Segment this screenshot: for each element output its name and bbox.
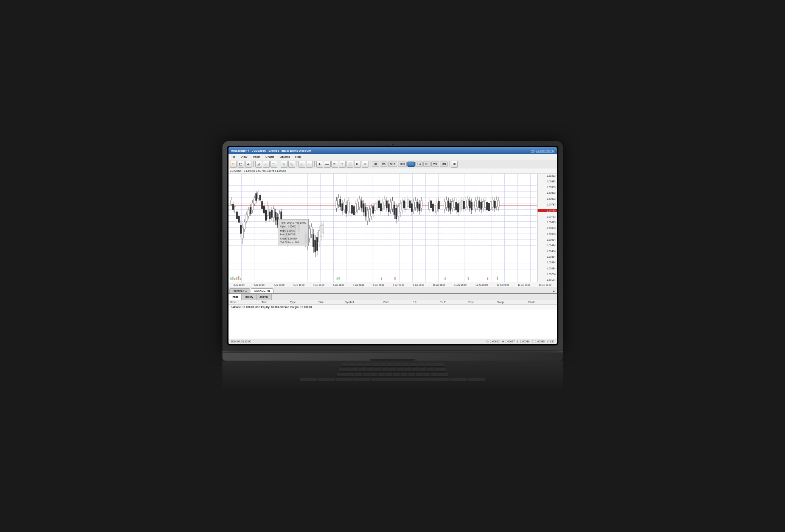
toolbar-sep-2 (279, 161, 279, 167)
key[interactable] (355, 373, 362, 376)
svg-rect-159 (393, 205, 395, 215)
key[interactable] (389, 368, 396, 372)
tf-d1[interactable]: D1 (423, 162, 431, 167)
key[interactable] (402, 363, 409, 367)
toolbar-grid-btn[interactable]: ⊞ (451, 161, 458, 168)
key-shift-l[interactable] (300, 378, 317, 381)
key-cmd-r[interactable] (432, 378, 449, 381)
key[interactable] (367, 368, 373, 372)
key[interactable] (364, 363, 371, 367)
key[interactable] (427, 368, 434, 372)
key[interactable] (412, 368, 419, 372)
menu-help[interactable]: Help (294, 155, 302, 159)
key[interactable] (425, 363, 432, 367)
toolbar-crosshair-btn[interactable]: ✛ (316, 161, 323, 168)
key[interactable] (379, 363, 386, 367)
key-caps[interactable] (337, 373, 354, 376)
key[interactable] (359, 368, 366, 372)
toolbar-rect-btn[interactable]: ⬜ (347, 161, 353, 168)
terminal-tab-history[interactable]: History (242, 294, 256, 300)
key[interactable] (401, 373, 407, 376)
key[interactable] (351, 368, 358, 372)
svg-rect-161 (395, 208, 397, 219)
svg-rect-199 (438, 201, 439, 209)
toolbar-zoom-out-btn[interactable]: 🔍 (288, 161, 295, 168)
toolbar-text-btn[interactable]: T (339, 161, 346, 168)
toolbar-save-btn[interactable]: 💾 (238, 161, 244, 168)
svg-rect-145 (380, 204, 381, 211)
key[interactable] (408, 373, 415, 376)
key-option[interactable] (336, 378, 353, 381)
tf-m1[interactable]: M1 (372, 162, 379, 167)
key[interactable] (386, 373, 392, 376)
key[interactable] (357, 363, 364, 367)
svg-rect-45 (267, 205, 269, 215)
terminal-tab-trade[interactable]: Trade (229, 294, 242, 300)
svg-rect-93 (318, 231, 320, 242)
toolbar-auto-scroll-btn[interactable]: ⬜ (298, 161, 305, 168)
key-shift-r[interactable] (431, 373, 448, 376)
key[interactable] (417, 363, 424, 367)
tf-m30[interactable]: M30 (398, 162, 407, 167)
key[interactable] (397, 368, 404, 372)
key[interactable] (423, 373, 430, 376)
toolbar-chart2-btn[interactable]: 📈 (263, 161, 270, 168)
key[interactable] (410, 363, 417, 367)
key-space[interactable] (371, 378, 432, 381)
key-cmd-l[interactable] (353, 378, 370, 381)
mql5-link[interactable]: MQL5.community (531, 149, 555, 152)
key[interactable] (387, 363, 394, 367)
svg-rect-173 (407, 199, 409, 206)
tf-h4[interactable]: H4 (415, 162, 423, 167)
key-option-r[interactable] (450, 378, 467, 381)
key[interactable] (378, 373, 385, 376)
chart-tab-euxaud[interactable]: EUXAUD, H1 (251, 288, 274, 293)
toolbar-new-btn[interactable]: 📁 (230, 161, 237, 168)
terminal-tab-journal[interactable]: Journal (256, 294, 272, 300)
tf-m15[interactable]: M15 (388, 162, 397, 167)
key[interactable] (349, 363, 356, 367)
toolbar-print-btn[interactable]: 🖨 (245, 161, 252, 168)
tf-mn[interactable]: MN (440, 162, 448, 167)
key-enter[interactable] (435, 368, 446, 372)
key[interactable] (420, 368, 426, 372)
key-ctrl[interactable] (318, 378, 335, 381)
key-fn[interactable] (468, 378, 485, 381)
toolbar-chart1-btn[interactable]: 📊 (255, 161, 262, 168)
key-delete[interactable] (432, 363, 444, 367)
toolbar-line-btn[interactable]: — (324, 161, 331, 168)
key[interactable] (342, 363, 348, 367)
key[interactable] (393, 373, 400, 376)
key[interactable] (370, 373, 377, 376)
toolbar-chart3-btn[interactable]: 📉 (270, 161, 277, 168)
key[interactable] (395, 363, 401, 367)
time-label-1: 3 Jul 23:00 (233, 284, 244, 286)
chart-container[interactable]: 1.61033 1.60983 1.60933 1.60883 1.60833 … (229, 174, 557, 282)
tf-h1[interactable]: H1 (407, 162, 415, 167)
tf-m5[interactable]: M5 (380, 162, 387, 167)
terminal-header: Trade History Journal (229, 294, 557, 300)
toolbar-scroll-btn[interactable]: ↔ (306, 161, 313, 168)
time-label-5: 6 Jul 00:00 (313, 284, 324, 286)
key[interactable] (416, 373, 423, 376)
svg-rect-53 (275, 212, 276, 221)
menu-view[interactable]: View (240, 155, 248, 159)
toolbar-fib-btn[interactable]: ⁕ (362, 161, 368, 168)
menu-file[interactable]: File (230, 155, 236, 159)
menu-objects[interactable]: Objects (279, 155, 291, 159)
toolbar-channel-btn[interactable]: ⫼ (354, 161, 361, 168)
svg-rect-97 (322, 224, 323, 233)
key-tab[interactable] (339, 368, 351, 372)
menu-charts[interactable]: Charts (265, 155, 275, 159)
key[interactable] (382, 368, 389, 372)
key[interactable] (404, 368, 411, 372)
toolbar-zoom-in-btn[interactable]: 🔍 (281, 161, 288, 168)
menu-insert[interactable]: Insert (252, 155, 261, 159)
svg-rect-73 (294, 227, 295, 236)
tf-w1[interactable]: W1 (431, 162, 439, 167)
toolbar-draw-btn[interactable]: ✏ (331, 161, 338, 168)
key[interactable] (363, 373, 370, 376)
chart-tab-fr40m[interactable]: FRI40m, H1 (229, 288, 250, 293)
key[interactable] (374, 368, 381, 372)
key[interactable] (372, 363, 379, 367)
